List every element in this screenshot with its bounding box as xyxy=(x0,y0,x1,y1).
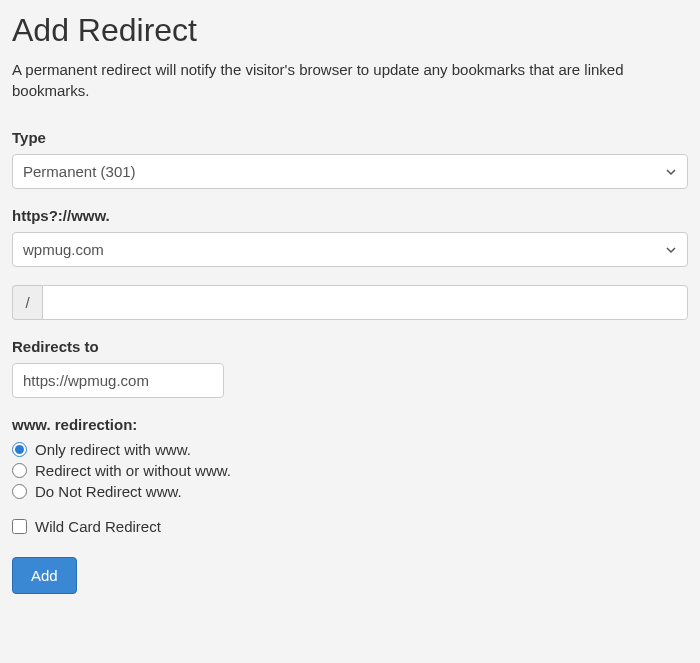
www-radio-only-label: Only redirect with www. xyxy=(35,441,191,458)
www-option-none[interactable]: Do Not Redirect www. xyxy=(12,483,688,500)
www-radio-both[interactable] xyxy=(12,463,27,478)
redirects-to-input[interactable] xyxy=(12,363,224,398)
wildcard-group: Wild Card Redirect xyxy=(12,518,688,535)
path-group: / xyxy=(12,285,688,320)
www-radio-only[interactable] xyxy=(12,442,27,457)
type-label: Type xyxy=(12,129,688,146)
www-radio-none[interactable] xyxy=(12,484,27,499)
wildcard-label: Wild Card Redirect xyxy=(35,518,161,535)
wildcard-option[interactable]: Wild Card Redirect xyxy=(12,518,688,535)
redirects-to-label: Redirects to xyxy=(12,338,688,355)
domain-group: https?://www. wpmug.com xyxy=(12,207,688,267)
domain-select[interactable]: wpmug.com xyxy=(12,232,688,267)
type-select[interactable]: Permanent (301) xyxy=(12,154,688,189)
type-group: Type Permanent (301) xyxy=(12,129,688,189)
www-option-only[interactable]: Only redirect with www. xyxy=(12,441,688,458)
www-radio-both-label: Redirect with or without www. xyxy=(35,462,231,479)
page-title: Add Redirect xyxy=(12,12,688,49)
wildcard-checkbox[interactable] xyxy=(12,519,27,534)
path-input[interactable] xyxy=(42,285,688,320)
redirects-to-group: Redirects to xyxy=(12,338,688,398)
www-redirection-group: www. redirection: Only redirect with www… xyxy=(12,416,688,500)
www-radio-none-label: Do Not Redirect www. xyxy=(35,483,182,500)
www-option-both[interactable]: Redirect with or without www. xyxy=(12,462,688,479)
domain-label: https?://www. xyxy=(12,207,688,224)
path-prefix: / xyxy=(12,285,42,320)
add-button[interactable]: Add xyxy=(12,557,77,594)
page-description: A permanent redirect will notify the vis… xyxy=(12,59,688,101)
www-redirection-label: www. redirection: xyxy=(12,416,688,433)
